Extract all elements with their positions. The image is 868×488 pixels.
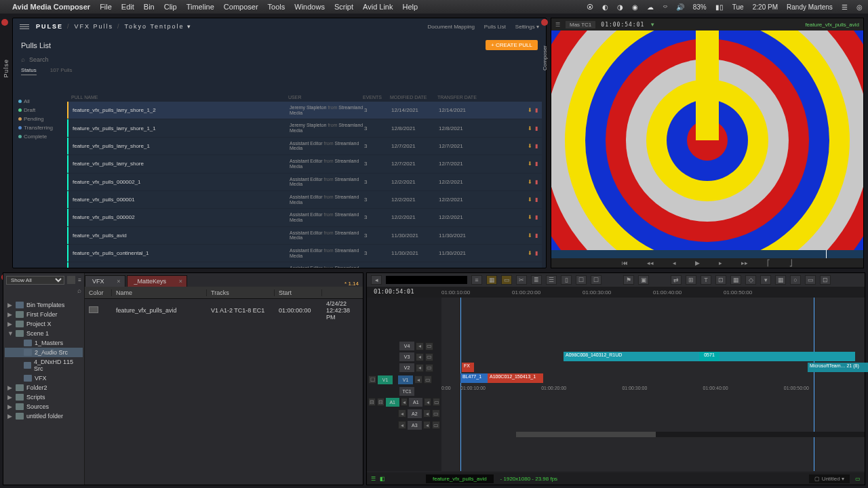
pull-row[interactable]: feature_vfx_pulls_continental_1 Assistan… bbox=[67, 245, 542, 262]
tree-node[interactable]: ▶Sources bbox=[5, 402, 83, 411]
tool-icon[interactable]: ▦ bbox=[486, 275, 497, 285]
clip-v1b[interactable]: A100C012_150413_1 bbox=[488, 373, 543, 383]
track-row-a1[interactable]: ⊟⊟A1◂A1◂▭ bbox=[367, 396, 441, 407]
cut-icon[interactable]: ✂ bbox=[516, 275, 527, 285]
download-icon[interactable]: ⬇ bbox=[528, 197, 532, 203]
search-input[interactable] bbox=[29, 56, 538, 63]
tab-count[interactable]: 107 Pulls bbox=[50, 67, 73, 75]
view-toggle-icon[interactable] bbox=[67, 276, 75, 284]
link-pulls-list[interactable]: Pulls List bbox=[484, 24, 506, 30]
pull-row[interactable]: feature_vfx_pulls_avid Assistant Editor … bbox=[67, 227, 542, 244]
breadcrumb[interactable]: PULSE/VFX Pulls/Tokyo Tentpole ▾ bbox=[36, 23, 192, 30]
tool-icon[interactable]: ☰ bbox=[546, 275, 557, 285]
menu-windows[interactable]: Windows bbox=[294, 3, 325, 11]
tree-node[interactable]: 2_Audio Src bbox=[5, 348, 83, 357]
out-marker[interactable] bbox=[814, 298, 814, 471]
pull-row[interactable]: feature_vfx_pulls_000002 Assistant Edito… bbox=[67, 209, 542, 226]
delete-icon[interactable]: ▮ bbox=[535, 161, 538, 167]
delete-icon[interactable]: ▮ bbox=[535, 250, 538, 256]
pull-row[interactable]: feature_vfx_pulls_larry_shore_1_1 Jeremy… bbox=[67, 119, 542, 136]
timeline-tracks[interactable]: A098C008_140312_R1UD 0571 FX MicrosoftTe… bbox=[441, 298, 865, 471]
download-icon[interactable]: ⬇ bbox=[528, 161, 532, 167]
pull-row[interactable]: feature_vfx_pulls_continental Assistant … bbox=[67, 262, 542, 268]
delete-icon[interactable]: ▮ bbox=[535, 125, 538, 131]
close-dot-icon[interactable] bbox=[541, 19, 548, 26]
pull-row[interactable]: feature_vfx_pulls_000001 Assistant Edito… bbox=[67, 191, 542, 208]
pull-row[interactable]: feature_vfx_pulls_larry_shore_1 Assistan… bbox=[67, 138, 542, 155]
clip-teams[interactable]: MicrosoftTeam… 21 (8) bbox=[808, 363, 868, 372]
clip-fx[interactable]: FX bbox=[462, 363, 474, 372]
menu-tools[interactable]: Tools bbox=[268, 3, 285, 11]
tool-icon[interactable]: ⇄ bbox=[671, 275, 682, 285]
filter-complete[interactable]: Complete bbox=[18, 132, 62, 141]
filter-all[interactable]: All bbox=[18, 97, 62, 106]
viewer-sequence-name[interactable]: feature_vfx_pulls_avid bbox=[805, 22, 859, 28]
tool-icon[interactable]: ▯ bbox=[561, 275, 572, 285]
close-icon[interactable]: × bbox=[117, 278, 120, 285]
status-icon[interactable]: ◉ bbox=[632, 3, 638, 11]
footer-menu[interactable]: ▢ Untitled ▾ bbox=[809, 474, 850, 483]
tool-icon[interactable]: ⊡ bbox=[715, 275, 726, 285]
track-row-tc[interactable]: TC1 bbox=[367, 386, 441, 396]
siri-icon[interactable]: ◎ bbox=[856, 3, 863, 11]
download-icon[interactable]: ⬇ bbox=[528, 232, 532, 239]
filter-draft[interactable]: Draft bbox=[18, 106, 62, 115]
text-icon[interactable]: T bbox=[701, 275, 711, 285]
tool-icon[interactable]: ◇ bbox=[745, 275, 756, 285]
flag-icon[interactable]: ⚑ bbox=[623, 275, 634, 285]
menu-avidlink[interactable]: Avid Link bbox=[363, 3, 393, 11]
track-row[interactable]: V4◂▭ bbox=[367, 341, 441, 351]
track-row-a2[interactable]: ◂A2◂▭ bbox=[367, 408, 441, 419]
status-icon[interactable]: ◑ bbox=[617, 3, 623, 11]
delete-icon[interactable]: ▮ bbox=[535, 107, 538, 113]
status-icon[interactable]: ◐ bbox=[602, 3, 608, 11]
rewind-icon[interactable]: ⏮ bbox=[622, 260, 628, 266]
viewer-clip-name[interactable]: Mas TC1 bbox=[566, 21, 595, 28]
footer-icon[interactable]: ▭ bbox=[855, 476, 861, 482]
track-row-a3[interactable]: ◂A3◂▭ bbox=[367, 420, 441, 430]
tree-node[interactable]: ▶Project X bbox=[5, 319, 83, 329]
composer-tab-label[interactable]: Composer bbox=[542, 45, 548, 70]
pull-row[interactable]: feature_vfx_pulls_000002_1 Assistant Edi… bbox=[67, 174, 542, 190]
cloud-icon[interactable]: ☁ bbox=[647, 3, 654, 11]
tool-icon[interactable]: ▣ bbox=[638, 275, 649, 285]
volume-icon[interactable]: 🔊 bbox=[676, 3, 684, 11]
record-monitor[interactable] bbox=[386, 276, 467, 284]
tool-icon[interactable]: ▭ bbox=[501, 275, 512, 285]
tree-node[interactable]: ▶untitled folder bbox=[5, 411, 83, 421]
user-name[interactable]: Randy Martens bbox=[787, 3, 833, 11]
download-icon[interactable]: ⬇ bbox=[528, 250, 532, 256]
pulse-tab-label[interactable]: Pulse bbox=[3, 59, 9, 78]
playhead[interactable] bbox=[460, 298, 461, 471]
tree-node[interactable]: ▶Folder2 bbox=[5, 383, 83, 392]
menu-help[interactable]: Help bbox=[402, 3, 418, 11]
menu-clip[interactable]: Clip bbox=[164, 3, 177, 11]
tool-icon[interactable]: ≡ bbox=[471, 275, 482, 285]
menu-timeline[interactable]: Timeline bbox=[186, 3, 214, 11]
search-icon[interactable]: ⌕ bbox=[3, 287, 84, 298]
track-row-v1[interactable]: ☐V1V1◂▭ bbox=[367, 373, 441, 386]
tool-icon[interactable]: ≣ bbox=[531, 275, 542, 285]
track-row[interactable]: V2◂▭ bbox=[367, 363, 441, 373]
tree-node[interactable]: ▼Scene 1 bbox=[5, 329, 83, 338]
tool-icon[interactable]: ▭ bbox=[805, 275, 816, 285]
delete-icon[interactable]: ▮ bbox=[535, 197, 538, 203]
tool-icon[interactable]: ◂ bbox=[371, 275, 382, 285]
tool-icon[interactable]: ○ bbox=[790, 275, 801, 285]
tab-mattekeys[interactable]: _MatteKeys× bbox=[127, 275, 188, 287]
timeline-ruler[interactable]: 01:00:54:01 01:00:10:00 01:00:20:00 01:0… bbox=[367, 287, 865, 298]
menu-icon[interactable]: ≡ bbox=[78, 277, 81, 283]
tool-icon[interactable]: ⊞ bbox=[686, 275, 696, 285]
tree-node[interactable]: 4_DNxHD 115 Src bbox=[5, 357, 83, 373]
play-icon[interactable]: ▶ bbox=[695, 260, 700, 266]
bin-filter-select[interactable]: Show All bbox=[6, 276, 64, 285]
delete-icon[interactable]: ▮ bbox=[535, 143, 538, 149]
download-icon[interactable]: ⬇ bbox=[528, 125, 532, 131]
pull-row[interactable]: feature_vfx_pulls_larry_shore_1_2 Jeremy… bbox=[67, 102, 542, 119]
tool-icon[interactable]: ☐ bbox=[576, 275, 587, 285]
viewer-scrubber[interactable] bbox=[551, 250, 863, 258]
close-icon[interactable]: × bbox=[179, 278, 182, 285]
link-doc-mapping[interactable]: Document Mapping bbox=[427, 24, 474, 30]
mark-out-icon[interactable]: ⎦ bbox=[789, 260, 793, 266]
tree-node[interactable]: VFX bbox=[5, 373, 83, 383]
